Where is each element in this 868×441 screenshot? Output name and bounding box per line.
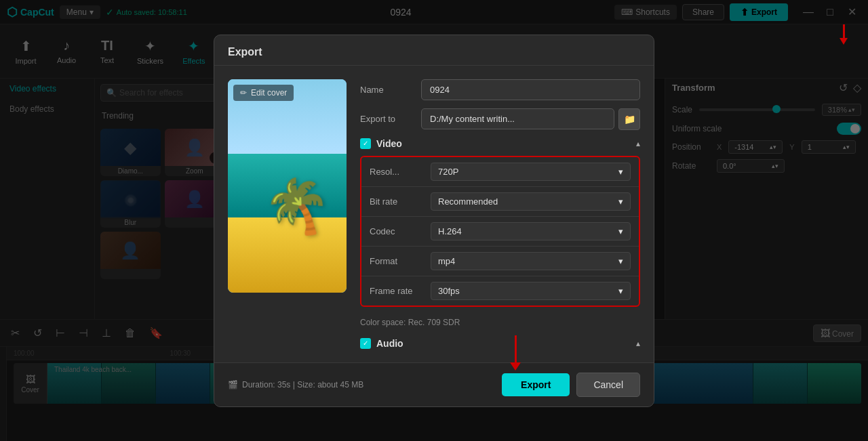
- arrow-line: [515, 335, 517, 362]
- video-checkbox[interactable]: ✓: [360, 138, 371, 149]
- duration-info: 🎬 Duration: 35s | Size: about 45 MB: [228, 380, 363, 390]
- framerate-chevron-icon: ▾: [618, 286, 623, 296]
- edit-cover-button[interactable]: ✏ Edit cover: [233, 85, 294, 101]
- bitrate-chevron-icon: ▾: [618, 196, 623, 207]
- dialog-body: 🌴 ✏ Edit cover Name Export to D:/My cont…: [214, 66, 654, 362]
- folder-icon: 📁: [624, 114, 635, 125]
- dialog-settings: Name Export to D:/My content writin... 📁…: [360, 79, 640, 349]
- codec-select[interactable]: H.264 ▾: [431, 222, 631, 240]
- audio-expand-icon[interactable]: ▴: [636, 339, 640, 348]
- export-dialog-button[interactable]: Export: [502, 373, 570, 396]
- format-chevron-icon: ▾: [618, 256, 623, 266]
- palm-tree-decoration: 🌴: [258, 170, 336, 245]
- export-dialog: Export 🌴 ✏ Edit cover: [214, 35, 654, 407]
- beach-background: 🌴: [228, 79, 347, 293]
- browse-folder-button[interactable]: 📁: [618, 108, 640, 130]
- export-path-display: D:/My content writin...: [421, 108, 614, 129]
- video-section: ✓ Video ▴ Resol... 720P ▾: [360, 138, 640, 331]
- video-section-header: ✓ Video ▴: [360, 138, 640, 149]
- name-input[interactable]: [421, 79, 640, 100]
- export-arrow-indicator: [840, 24, 848, 45]
- name-row: Name: [360, 79, 640, 100]
- video-expand-icon[interactable]: ▴: [636, 139, 640, 148]
- arrow-line-top: [843, 24, 845, 38]
- footer-buttons: Export Cancel: [502, 373, 640, 397]
- resolution-chevron-icon: ▾: [618, 167, 623, 177]
- dialog-footer: 🎬 Duration: 35s | Size: about 45 MB Expo…: [214, 362, 654, 406]
- format-row: Format mp4 ▾: [361, 247, 639, 276]
- color-space-label: Color space: Rec. 709 SDR: [360, 314, 640, 331]
- audio-checkbox[interactable]: ✓: [360, 338, 371, 349]
- framerate-row: Frame rate 30fps ▾: [361, 276, 639, 306]
- codec-row: Codec H.264 ▾: [361, 217, 639, 247]
- audio-section-header: ✓ Audio ▴: [360, 338, 640, 349]
- dialog-preview: 🌴 ✏ Edit cover: [228, 79, 347, 349]
- cancel-dialog-button[interactable]: Cancel: [576, 373, 640, 397]
- edit-icon: ✏: [240, 88, 247, 98]
- resolution-row: Resol... 720P ▾: [361, 157, 639, 187]
- export-arrow: [510, 335, 521, 371]
- export-to-row: Export to D:/My content writin... 📁: [360, 108, 640, 130]
- framerate-select[interactable]: 30fps ▾: [431, 282, 631, 300]
- codec-chevron-icon: ▾: [618, 226, 623, 236]
- film-icon: 🎬: [228, 380, 238, 390]
- bitrate-row: Bit rate Recommended ▾: [361, 187, 639, 217]
- preview-image: 🌴 ✏ Edit cover: [228, 79, 347, 293]
- arrow-head: [510, 362, 521, 371]
- arrow-head-top: [840, 38, 848, 45]
- resolution-select[interactable]: 720P ▾: [431, 163, 631, 181]
- format-select[interactable]: mp4 ▾: [431, 252, 631, 270]
- bitrate-select[interactable]: Recommended ▾: [431, 192, 631, 211]
- video-settings-box: Resol... 720P ▾ Bit rate Recommended ▾: [360, 156, 640, 307]
- dialog-title: Export: [214, 35, 654, 66]
